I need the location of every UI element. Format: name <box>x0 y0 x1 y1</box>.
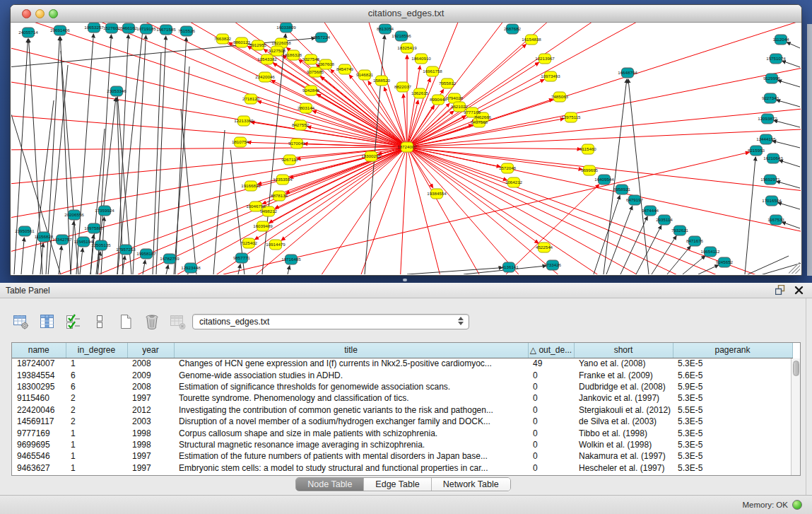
canvas-resize-grip[interactable] <box>789 262 800 274</box>
table-cell: 5.3E-5 <box>673 462 792 474</box>
close-panel-icon[interactable] <box>794 286 804 295</box>
column-header-year[interactable]: year <box>127 343 174 358</box>
table-cell: 5.9E-5 <box>673 381 792 392</box>
table-cell: 1 <box>66 358 127 369</box>
table-tabs-row: Node TableEdge TableNetwork Table <box>0 477 806 493</box>
table-row[interactable]: 946362711997Embryonic stem cells: a mode… <box>12 462 792 474</box>
graph-node-label: 7857224 <box>313 35 331 40</box>
graph-node-label: 19166825 <box>241 183 261 188</box>
table-panel-header: Table Panel <box>0 283 812 298</box>
graph-node-label: 18325419 <box>397 45 417 50</box>
graph-node-label: 2367608 <box>317 62 335 66</box>
table-cell: 5.3E-5 <box>673 416 792 427</box>
table-row[interactable]: 1456911722003Disruption of a novel membe… <box>12 416 792 427</box>
table-scrollbar[interactable] <box>791 358 800 475</box>
table-row[interactable]: 969969511998Structural magnetic resonanc… <box>12 439 792 450</box>
table-cell: 9463627 <box>12 462 66 474</box>
table-cell: Tourette syndrome. Phenomenology and cla… <box>174 392 528 404</box>
table-cell: 0 <box>528 427 574 438</box>
graph-node-label: 1064212 <box>505 180 523 185</box>
graph-node-label: 6794028 <box>446 95 464 100</box>
graph-node-label: 17957253 <box>116 247 136 252</box>
graph-node-label: 9474444 <box>642 208 659 213</box>
tab-node-table[interactable]: Node Table <box>296 478 364 491</box>
table-select-value: citations_edges.txt <box>199 317 269 327</box>
graph-node-label: 12444195 <box>756 136 776 141</box>
tab-network-table[interactable]: Network Table <box>432 478 510 491</box>
graph-node-label: 6479197 <box>626 197 644 202</box>
graph-node-label: 18724007 <box>397 144 417 149</box>
delete-columns-button[interactable] <box>142 312 162 332</box>
graph-node-label: 9115460 <box>579 146 596 151</box>
float-panel-icon[interactable] <box>775 285 786 295</box>
splitter-handle[interactable] <box>403 279 407 281</box>
graph-node-label: 10046798 <box>246 204 266 209</box>
show-columns-button[interactable] <box>37 312 57 332</box>
table-row[interactable]: 977716911998Corpus callosum shape and si… <box>12 427 792 438</box>
table-cell: Nakamura et al. (1997) <box>574 450 673 462</box>
table-row[interactable]: 1830029562008Estimation of significance … <box>12 381 792 392</box>
table-panel: Table Panel <box>0 283 812 514</box>
graph-node-label: 10653257 <box>84 25 104 30</box>
application-screen: citations_edges.txt 24055714206914061065… <box>0 0 812 514</box>
graph-node-label: 9127508 <box>269 48 286 53</box>
table-cell: Estimation of significance thresholds fo… <box>174 381 528 392</box>
graph-node-label: 6466162 <box>120 25 138 30</box>
table-scrollbar-thumb[interactable] <box>793 361 799 376</box>
table-cell: 1 <box>66 427 127 438</box>
tab-edge-table[interactable]: Edge Table <box>364 478 431 491</box>
graph-node-label: 2935114 <box>656 217 673 222</box>
graph-node-label: 16210643 <box>763 156 783 160</box>
table-cell: 5.5E-5 <box>673 404 792 416</box>
column-header-out_de[interactable]: △ out_de... <box>528 343 574 358</box>
create-table-button[interactable] <box>116 312 136 332</box>
graph-node-label: 7485063 <box>551 94 569 99</box>
column-header-short[interactable]: short <box>574 343 673 358</box>
window-titlebar[interactable]: citations_edges.txt <box>11 5 801 23</box>
graph-node-label: 9857771 <box>233 255 251 260</box>
column-header-in_degree[interactable]: in_degree <box>66 343 127 358</box>
table-cell: 6 <box>66 381 127 392</box>
memory-status-indicator[interactable] <box>792 500 802 510</box>
table-cell: Corpus callosum shape and size in male p… <box>174 427 528 438</box>
graph-node-label: 19218596 <box>392 33 411 38</box>
table-row[interactable]: 1872400712008Changes of HCN gene express… <box>12 358 792 369</box>
graph-node-label: 1362615 <box>411 90 429 95</box>
row-height-button[interactable] <box>90 312 110 332</box>
desktop-background: citations_edges.txt 24055714206914061065… <box>0 0 812 283</box>
table-cell: Jankovic et al. (1997) <box>574 392 673 404</box>
column-header-title[interactable]: title <box>174 343 528 358</box>
graph-node-label: 11545194 <box>73 239 93 244</box>
graph-node-label: 9129996 <box>763 76 781 81</box>
table-row[interactable]: 2242004622012Investigating the contribut… <box>12 404 792 416</box>
graph-node-label: 10973493 <box>541 74 560 78</box>
table-row[interactable]: 946554611997Estimation of the future num… <box>12 450 792 462</box>
graph-node-label: 9498212 <box>260 209 278 214</box>
citation-graph[interactable]: 2405571420691406106532571527602646616210… <box>11 23 801 274</box>
table-cell: 9777169 <box>12 427 66 438</box>
graph-node-label: 8878134 <box>271 193 288 198</box>
graph-node-label: 8427552 <box>292 122 310 127</box>
table-cell: Dudbridge et al. (2008) <box>574 381 673 392</box>
graph-node-label: 15751074 <box>766 56 786 61</box>
table-row[interactable]: 1938455462009Genome-wide association stu… <box>12 369 792 380</box>
graph-node-label: 8990448 <box>430 97 447 102</box>
table-select-dropdown[interactable]: citations_edges.txt <box>192 314 469 329</box>
graph-node-label: 7932621 <box>671 228 689 233</box>
column-header-name[interactable]: name <box>12 343 66 358</box>
select-columns-button[interactable] <box>64 312 83 332</box>
graph-node-label: 12213369 <box>234 118 254 123</box>
graph-node-label: 9146821 <box>356 72 374 77</box>
graph-node-label: 6497568 <box>471 119 488 124</box>
table-settings-button[interactable] <box>11 312 31 332</box>
network-canvas[interactable]: 2405571420691406106532571527602646616210… <box>11 23 801 274</box>
column-header-pagerank[interactable]: pagerank <box>673 343 792 358</box>
graph-node-label: 4522544 <box>536 245 553 250</box>
table-cell: 6 <box>66 369 127 380</box>
graph-node-label: 12342757 <box>52 237 72 242</box>
table-row[interactable]: 911546021997Tourette syndrome. Phenomeno… <box>12 392 792 404</box>
table-cell: Hescheler et al. (1997) <box>574 462 673 474</box>
table-cell: 19384554 <box>12 369 66 380</box>
table-cell: 1998 <box>127 427 174 438</box>
table-cell: 5.3E-5 <box>673 358 792 369</box>
